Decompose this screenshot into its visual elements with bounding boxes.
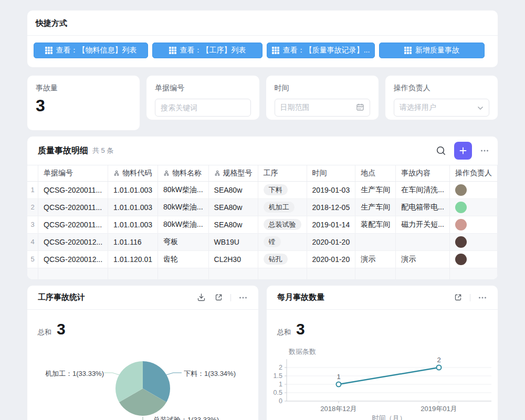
operator-select[interactable]: 请选择用户 (394, 99, 489, 117)
shortcut-button-4[interactable]: 新增质量事故 (379, 43, 485, 58)
column-header-content: 事故内容 (396, 165, 450, 181)
date-range-input[interactable]: 日期范围 (275, 99, 370, 117)
svg-text:数据条数: 数据条数 (288, 348, 316, 355)
cell-content: 磁力开关短... (396, 216, 450, 233)
pie-label-xialiao: 下料：1(33.34%) (184, 369, 236, 379)
cell-num: 3 (27, 216, 38, 233)
shortcut-button-2[interactable]: 查看：【工序】列表 (152, 43, 262, 58)
column-label: 物料名称 (172, 169, 202, 178)
cell-code: 1.01.01.003 (108, 216, 158, 233)
shortcut-button-1[interactable]: 查看：【物料信息】列表 (34, 43, 148, 58)
process-tag: 总装试验 (264, 219, 301, 230)
shortcut-button-label: 查看：【工序】列表 (180, 46, 246, 55)
table-body: 1QCSG-2020011...1.01.01.00380kW柴油...SEA8… (27, 181, 498, 279)
table-count: 共 5 条 (92, 146, 113, 155)
svg-text:2019年01月: 2019年01月 (421, 405, 457, 413)
cell-num: 5 (27, 250, 38, 268)
column-label: 事故内容 (401, 169, 430, 178)
open-external-icon (214, 293, 223, 302)
owner-avatar (455, 184, 467, 196)
grid-icon (272, 47, 279, 54)
column-header-date: 时间 (307, 165, 355, 181)
line-more-button[interactable] (477, 292, 488, 303)
add-record-button[interactable] (454, 142, 472, 160)
accident-table-card: 质量事故明细 共 5 条 单据编号物料代码物料名称规格型号工序时间地点事故内容操… (27, 136, 498, 279)
linked-field-icon (113, 170, 120, 176)
svg-text:时间（月）: 时间（月） (372, 414, 406, 420)
table-row[interactable]: 2QCSG-2020011...1.01.01.00380kW柴油...SEA8… (27, 198, 498, 216)
shortcuts-card: 快捷方式 查看：【物料信息】列表查看：【工序】列表查看：【质量事故记录】...新… (27, 10, 498, 67)
cell-empty (258, 268, 307, 279)
cell-spec: SEA80w (208, 216, 258, 233)
owner-avatar (455, 219, 467, 230)
column-header-owner: 操作负责人 (449, 165, 497, 181)
cell-empty (449, 268, 497, 279)
divider (470, 294, 470, 301)
column-label: 单据编号 (44, 169, 73, 178)
table-row[interactable]: 4QCSG-2020012...1.01.116弯板WB19U镗2020-01-… (27, 233, 498, 250)
cell-place: 生产车间 (355, 181, 396, 198)
search-button[interactable] (435, 144, 447, 157)
cell-empty (355, 268, 396, 279)
cell-empty (396, 268, 450, 279)
cell-place (355, 233, 396, 250)
doc-number-filter-card: 单据编号 (146, 76, 259, 120)
cell-date: 2019-01-03 (307, 181, 355, 198)
svg-text:0: 0 (279, 397, 282, 405)
cell-date: 2020-01-20 (307, 233, 355, 250)
table-header-row: 单据编号物料代码物料名称规格型号工序时间地点事故内容操作负责人 (27, 165, 498, 181)
process-tag: 机加工 (264, 202, 295, 213)
column-header-name: 物料名称 (158, 165, 208, 181)
cell-name: 80kW柴油... (158, 181, 208, 198)
time-filter-card: 时间 日期范围 (266, 76, 379, 120)
accident-count-value: 3 (36, 97, 131, 114)
table-header-bar: 质量事故明细 共 5 条 (27, 136, 498, 165)
cell-empty (158, 268, 208, 279)
cell-num: 2 (27, 198, 38, 216)
grid-icon (169, 47, 176, 54)
cell-date: 2018-12-05 (307, 198, 355, 216)
table-more-button[interactable] (479, 145, 490, 156)
doc-number-search-input[interactable] (155, 99, 250, 117)
operator-label: 操作负责人 (394, 83, 489, 93)
pie-label-jijiagong: 机加工：1(33.33%) (45, 369, 104, 379)
line-chart-title: 每月事故数量 (277, 292, 324, 302)
owner-avatar (455, 202, 467, 213)
line-card-header: 每月事故数量 (267, 286, 498, 310)
chevron-down-icon (477, 103, 484, 112)
table-row[interactable]: 3QCSG-2020011...1.01.01.00380kW柴油...SEA8… (27, 216, 498, 233)
pie-total-label: 总和 (38, 328, 51, 337)
column-label: 规格型号 (223, 169, 253, 178)
table-row[interactable]: 1QCSG-2020011...1.01.01.00380kW柴油...SEA8… (27, 181, 498, 198)
cell-code: 1.01.01.003 (108, 198, 158, 216)
cell-spec: WB19U (208, 233, 258, 250)
pie-card-header: 工序事故统计 (27, 286, 258, 310)
cell-doc: QCSG-2020011... (38, 216, 108, 233)
cell-num: 1 (27, 181, 38, 198)
download-button[interactable] (196, 292, 207, 303)
pie-total: 总和 3 (27, 310, 258, 338)
column-header-num (27, 165, 38, 181)
table-row[interactable]: 5QCSG-2020012...1.01.120.01齿轮CL2H30钻孔202… (27, 250, 498, 268)
cell-content: 在车间清洗... (396, 181, 450, 198)
process-tag: 镗 (264, 236, 281, 248)
cell-empty (108, 268, 158, 279)
plus-icon (459, 146, 467, 155)
line-total-value: 3 (296, 320, 305, 338)
table-actions (435, 142, 490, 160)
cell-process: 总装试验 (258, 216, 307, 233)
expand-button[interactable] (213, 292, 224, 303)
accident-count-card: 事故量 3 (27, 76, 140, 130)
expand-button[interactable] (453, 292, 464, 303)
cell-doc: QCSG-2020012... (38, 250, 108, 268)
grid-icon (45, 47, 52, 54)
cell-spec: SEA80w (208, 198, 258, 216)
column-label: 操作负责人 (455, 169, 492, 178)
column-header-process: 工序 (258, 165, 307, 181)
open-external-icon (454, 293, 463, 302)
owner-avatar (455, 254, 467, 265)
line-card-actions (453, 292, 488, 303)
svg-text:0.5: 0.5 (274, 389, 282, 396)
shortcut-button-3[interactable]: 查看：【质量事故记录】... (267, 43, 375, 58)
pie-more-button[interactable] (237, 292, 249, 303)
